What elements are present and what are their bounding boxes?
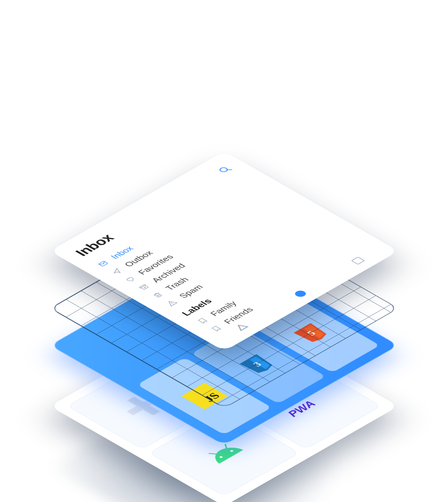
bookmark-icon [209,324,224,333]
search-icon [216,165,233,174]
search-button[interactable] [216,165,234,175]
mail-icon [95,259,111,268]
svg-rect-14 [98,261,108,266]
svg-line-5 [209,452,216,456]
svg-line-6 [222,444,229,448]
archive-icon [136,283,151,291]
svg-line-16 [171,302,172,303]
bookmark-icon [195,316,210,325]
nav-square-button[interactable] [351,257,365,265]
warning-icon [164,298,179,307]
svg-line-13 [227,168,232,171]
nav-dot-button[interactable] [292,289,308,298]
trash-icon [150,291,165,299]
heart-icon [123,275,138,284]
send-icon [109,267,124,276]
svg-point-17 [173,304,173,304]
